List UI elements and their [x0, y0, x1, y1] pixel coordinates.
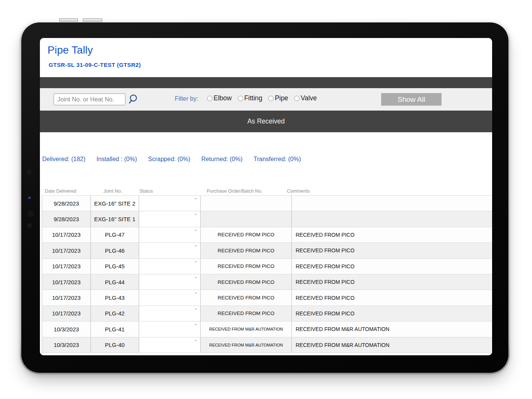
table-row: 10/3/2023 PLG-41 ˇ RECEIVED FROM M&R AUT… [42, 321, 492, 337]
status-select[interactable]: ˇ [139, 259, 201, 274]
table-row: 10/17/2023 PLG-46 ˇ RECEIVED FROM PICO R… [42, 243, 492, 258]
filter-toolbar: Filter by: Elbow Fitting Pipe [40, 88, 492, 111]
cell-joint-no: PLG-44 [91, 274, 139, 290]
cell-comments: RECEIVED FROM PICO [292, 290, 492, 305]
cell-purchase-order [201, 196, 292, 211]
radio-pipe[interactable]: Pipe [268, 94, 288, 102]
chevron-down-icon: ˇ [195, 214, 196, 218]
pipe-table: 9/28/2023 EXG-16" SITE 2 ˇ 9/28/2023 EXG… [42, 195, 492, 353]
table-row: 10/17/2023 PLG-45 ˇ RECEIVED FROM PICO R… [42, 259, 492, 274]
cell-date-delivered: 10/17/2023 [42, 290, 91, 305]
status-select[interactable]: ˇ [139, 306, 201, 321]
camera-indicator-icon [28, 197, 30, 199]
radio-elbow[interactable]: Elbow [207, 94, 232, 102]
search-input[interactable] [54, 93, 125, 105]
chevron-down-icon: ˇ [195, 277, 196, 282]
tablet-frame: Pipe Tally GTSR-SL 31-09-C-TEST (GTSR2) … [20, 21, 510, 374]
radio-circle-icon[interactable] [294, 96, 299, 101]
app-header: Pipe Tally GTSR-SL 31-09-C-TEST (GTSR2) [40, 38, 492, 77]
page-background: Pipe Tally GTSR-SL 31-09-C-TEST (GTSR2) … [0, 0, 532, 399]
table-row: 10/17/2023 PLG-43 ˇ RECEIVED FROM PICO R… [42, 290, 492, 306]
column-header-comments: Comments [287, 188, 310, 194]
radio-label: Elbow [214, 94, 232, 102]
search-button[interactable] [127, 94, 139, 105]
cell-date-delivered: 9/28/2023 [42, 211, 91, 226]
show-all-button[interactable]: Show All [381, 93, 442, 106]
status-select[interactable]: ˇ [139, 196, 201, 211]
column-header-joint-no: Joint No. [103, 188, 122, 194]
sensor-icon [27, 210, 34, 217]
cell-joint-no: EXG-16" SITE 1 [91, 211, 139, 226]
cell-joint-no: PLG-43 [91, 290, 139, 305]
content-area: Delivered: (182) Installed : (0%) Scrapp… [40, 132, 492, 355]
radio-label: Valve [301, 94, 317, 102]
column-header-date-delivered: Date Delivered [45, 188, 76, 194]
page-title: Pipe Tally [48, 44, 93, 56]
status-select[interactable]: ˇ [139, 227, 201, 242]
column-header-status: Status [139, 188, 153, 194]
chevron-down-icon: ˇ [195, 324, 196, 329]
radio-circle-icon[interactable] [238, 96, 243, 101]
cell-joint-no: PLG-40 [91, 337, 139, 353]
cell-purchase-order: RECEIVED FROM PICO [201, 243, 292, 258]
cell-purchase-order: RECEIVED FROM PICO [201, 274, 292, 290]
stat-installed: Installed : (0%) [97, 156, 137, 163]
cell-purchase-order [201, 211, 292, 226]
chevron-down-icon: ˇ [195, 198, 196, 203]
magnifier-icon [128, 94, 138, 104]
cell-date-delivered: 10/3/2023 [42, 321, 91, 337]
cell-comments: RECEIVED FROM PICO [292, 259, 492, 274]
table-body: 9/28/2023 EXG-16" SITE 2 ˇ 9/28/2023 EXG… [42, 196, 492, 353]
stat-returned: Returned: (0%) [201, 156, 243, 163]
chevron-down-icon: ˇ [195, 309, 196, 313]
cell-joint-no: PLG-45 [91, 259, 139, 274]
cell-joint-no: PLG-46 [91, 243, 139, 258]
cell-purchase-order: RECEIVED FROM PICO [201, 290, 292, 305]
cell-date-delivered: 10/17/2023 [42, 243, 91, 258]
status-select[interactable]: ˇ [139, 337, 201, 353]
filter-radio-group: Elbow Fitting Pipe Valve [207, 94, 317, 102]
cell-comments: RECEIVED FROM M&R AUTOMATION [292, 321, 492, 337]
cell-comments: RECEIVED FROM PICO [292, 243, 492, 258]
volume-down-button [83, 18, 102, 22]
status-select[interactable]: ˇ [139, 274, 201, 290]
cell-comments: RECEIVED FROM M&R AUTOMATION [292, 337, 492, 353]
cell-joint-no: PLG-41 [91, 321, 139, 337]
radio-valve[interactable]: Valve [294, 94, 317, 102]
cell-joint-no: PLG-47 [91, 227, 139, 242]
chevron-down-icon: ˇ [195, 230, 196, 234]
cell-date-delivered: 10/17/2023 [42, 259, 91, 274]
cell-purchase-order: RECEIVED FROM M&R AUTOMATION [201, 321, 292, 337]
radio-circle-icon[interactable] [207, 96, 212, 101]
table-row: 10/17/2023 PLG-47 ˇ RECEIVED FROM PICO R… [42, 227, 492, 243]
cell-date-delivered: 10/3/2023 [42, 337, 91, 353]
header-divider-bar [40, 77, 492, 88]
volume-up-button [59, 18, 78, 22]
status-select[interactable]: ˇ [139, 321, 201, 337]
section-title: As Received [247, 117, 285, 125]
cell-date-delivered: 10/17/2023 [42, 274, 91, 290]
cell-date-delivered: 10/17/2023 [42, 227, 91, 242]
camera-icon [27, 169, 32, 175]
column-header-purchase-order: Purchase Order/Batch No. [207, 188, 263, 194]
radio-fitting[interactable]: Fitting [238, 94, 263, 102]
status-select[interactable]: ˇ [139, 290, 201, 305]
app-screen: Pipe Tally GTSR-SL 31-09-C-TEST (GTSR2) … [40, 38, 492, 355]
cell-purchase-order: RECEIVED FROM PICO [201, 306, 292, 321]
status-select[interactable]: ˇ [139, 243, 201, 258]
cell-comments: RECEIVED FROM PICO [292, 274, 492, 290]
cell-joint-no: EXG-16" SITE 2 [91, 196, 139, 211]
cell-date-delivered: 9/28/2023 [42, 196, 91, 211]
cell-joint-no: PLG-42 [91, 306, 139, 321]
cell-comments: RECEIVED FROM PICO [292, 306, 492, 321]
sensor-icon [27, 223, 32, 228]
table-row: 9/28/2023 EXG-16" SITE 2 ˇ [42, 196, 492, 211]
table-row: 10/17/2023 PLG-42 ˇ RECEIVED FROM PICO R… [42, 306, 492, 321]
status-select[interactable]: ˇ [139, 211, 201, 226]
radio-circle-icon[interactable] [268, 96, 274, 101]
filter-by-label: Filter by: [175, 95, 198, 102]
cell-comments [292, 211, 492, 226]
cell-purchase-order: RECEIVED FROM PICO [201, 227, 292, 242]
radio-label: Fitting [244, 94, 263, 102]
cell-purchase-order: RECEIVED FROM M&R AUTOMATION [201, 337, 292, 353]
